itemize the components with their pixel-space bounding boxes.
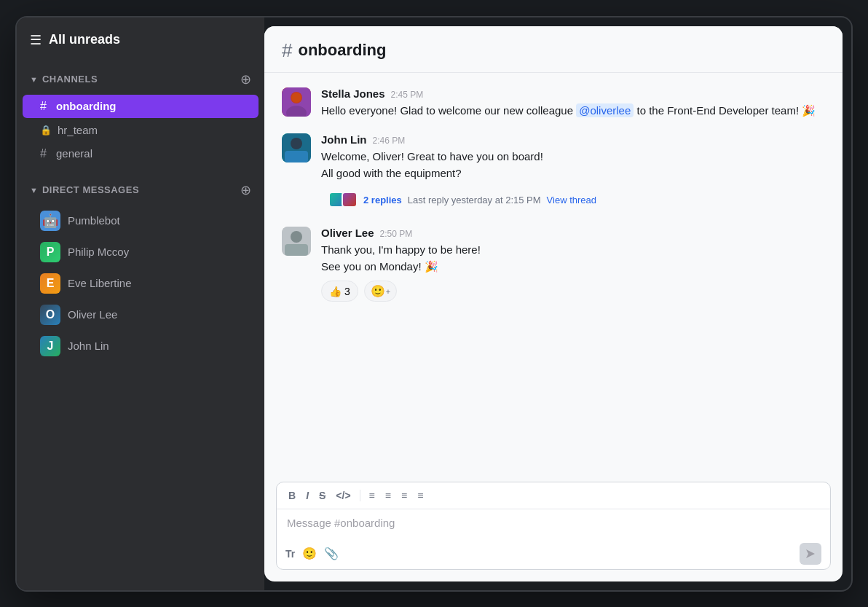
message-header-john: John Lin 2:46 PM bbox=[321, 133, 825, 146]
add-reaction-icon: 🙂 bbox=[371, 284, 385, 298]
avatar-philip: P bbox=[40, 242, 60, 262]
toolbar-code-button[interactable]: </> bbox=[333, 488, 353, 503]
channel-hash-general: # bbox=[40, 147, 50, 160]
message-stella: Stella Jones 2:45 PM Hello everyone! Gla… bbox=[282, 87, 825, 120]
channel-name-hr_team: hr_team bbox=[58, 124, 98, 136]
reaction-add-plus: + bbox=[386, 287, 390, 296]
message-content-oliver: Oliver Lee 2:50 PM Thank you, I'm happy … bbox=[321, 227, 825, 302]
reactions-oliver: 👍 3 🙂 + bbox=[321, 281, 825, 302]
dm-item-pumblebot[interactable]: 🤖 Pumblebot bbox=[23, 205, 259, 236]
avatar-oliver-msg bbox=[282, 227, 311, 256]
emoji-icon[interactable]: 🙂 bbox=[302, 547, 317, 560]
avatar-john-msg bbox=[282, 133, 311, 162]
channel-list: # onboarding 🔒 hr_team # general bbox=[17, 95, 264, 165]
sidebar: ☰ All unreads ▼ CHANNELS ⊕ # onboarding … bbox=[17, 17, 264, 590]
reaction-add-button[interactable]: 🙂 + bbox=[364, 281, 397, 302]
text-format-icon[interactable]: Tr bbox=[285, 548, 295, 560]
message-input-area: B I S </> ≡ ≡ ≡ ≡ Message #onboarding Tr… bbox=[276, 482, 831, 570]
hamburger-icon[interactable]: ☰ bbox=[30, 32, 42, 48]
channels-label: CHANNELS bbox=[42, 74, 98, 85]
svg-rect-9 bbox=[285, 244, 308, 256]
message-time-stella: 2:45 PM bbox=[391, 90, 424, 100]
stella-avatar-img bbox=[282, 87, 311, 117]
message-oliver: Oliver Lee 2:50 PM Thank you, I'm happy … bbox=[282, 227, 825, 302]
channel-header-name: onboarding bbox=[298, 41, 386, 60]
message-input[interactable]: Message #onboarding bbox=[277, 509, 830, 539]
message-text-john: Welcome, Oliver! Great to have you on bo… bbox=[321, 149, 825, 181]
channels-add-icon[interactable]: ⊕ bbox=[240, 71, 251, 87]
msg-text-after-stella: to the Front-End Developer team! 🎉 bbox=[634, 104, 816, 117]
message-time-oliver: 2:50 PM bbox=[380, 229, 413, 239]
send-button[interactable] bbox=[800, 543, 821, 565]
view-thread-button[interactable]: View thread bbox=[547, 195, 596, 205]
message-text-stella: Hello everyone! Glad to welcome our new … bbox=[321, 103, 825, 120]
sidebar-title: All unreads bbox=[49, 32, 120, 47]
avatar-john: J bbox=[40, 336, 60, 356]
dm-add-icon[interactable]: ⊕ bbox=[240, 182, 251, 198]
channel-header-hash-icon: # bbox=[282, 39, 292, 62]
thread-avatars bbox=[328, 192, 358, 208]
message-author-stella: Stella Jones bbox=[321, 87, 385, 100]
input-bottom-bar: Tr 🙂 📎 bbox=[277, 539, 830, 569]
toolbar-bold-button[interactable]: B bbox=[285, 488, 299, 503]
dm-item-oliver[interactable]: O Oliver Lee bbox=[23, 299, 259, 330]
attachment-icon[interactable]: 📎 bbox=[324, 547, 339, 560]
messages-area: Stella Jones 2:45 PM Hello everyone! Gla… bbox=[264, 73, 843, 482]
message-text-oliver: Thank you, I'm happy to be here!See you … bbox=[321, 242, 825, 275]
john-avatar-img bbox=[282, 133, 311, 162]
channel-item-general[interactable]: # general bbox=[23, 142, 259, 165]
dm-item-eve[interactable]: E Eve Libertine bbox=[23, 268, 259, 299]
thread-last-reply: Last reply yesterday at 2:15 PM bbox=[408, 195, 541, 205]
dm-name-eve: Eve Libertine bbox=[68, 277, 132, 289]
thread-preview[interactable]: 2 replies Last reply yesterday at 2:15 P… bbox=[321, 187, 825, 212]
dm-section-header[interactable]: ▼ DIRECT MESSAGES ⊕ bbox=[17, 178, 264, 203]
dm-item-philip[interactable]: P Philip Mccoy bbox=[23, 237, 259, 267]
dm-name-pumblebot: Pumblebot bbox=[68, 214, 120, 227]
svg-rect-6 bbox=[285, 151, 308, 162]
message-header-stella: Stella Jones 2:45 PM bbox=[321, 87, 825, 100]
mention-oliverlee[interactable]: @oliverlee bbox=[576, 103, 634, 117]
avatar-eve: E bbox=[40, 273, 60, 294]
channels-chevron-icon: ▼ bbox=[30, 75, 38, 84]
svg-point-3 bbox=[291, 93, 301, 103]
toolbar-outdent-button[interactable]: ≡ bbox=[414, 488, 426, 503]
thread-replies-count: 2 replies bbox=[363, 195, 402, 205]
channel-item-hr_team[interactable]: 🔒 hr_team bbox=[23, 119, 259, 141]
channel-name-onboarding: onboarding bbox=[56, 100, 117, 112]
main-content: # onboarding Stella Jones bbox=[264, 26, 843, 581]
toolbar-ordered-list-button[interactable]: ≡ bbox=[366, 488, 378, 503]
reaction-count: 3 bbox=[344, 286, 350, 297]
svg-point-5 bbox=[291, 138, 302, 149]
channels-section: ▼ CHANNELS ⊕ # onboarding 🔒 hr_team # ge… bbox=[17, 67, 264, 166]
channel-item-onboarding[interactable]: # onboarding bbox=[23, 95, 259, 118]
message-author-oliver: Oliver Lee bbox=[321, 227, 374, 239]
channel-hash-onboarding: # bbox=[40, 100, 50, 113]
input-toolbar: B I S </> ≡ ≡ ≡ ≡ bbox=[277, 482, 830, 509]
lock-icon-hr_team: 🔒 bbox=[40, 125, 52, 136]
reaction-emoji: 👍 bbox=[329, 286, 342, 297]
msg-text-before-stella: Hello everyone! Glad to welcome our new … bbox=[321, 104, 576, 117]
svg-point-8 bbox=[291, 231, 302, 243]
toolbar-italic-button[interactable]: I bbox=[303, 488, 312, 503]
message-content-stella: Stella Jones 2:45 PM Hello everyone! Gla… bbox=[321, 87, 825, 120]
avatar-stella-msg bbox=[282, 87, 311, 117]
channel-header: # onboarding bbox=[264, 26, 843, 73]
channels-section-header[interactable]: ▼ CHANNELS ⊕ bbox=[17, 67, 264, 92]
toolbar-divider-1 bbox=[360, 490, 360, 501]
message-time-john: 2:46 PM bbox=[373, 136, 406, 146]
send-icon bbox=[805, 549, 816, 559]
toolbar-strikethrough-button[interactable]: S bbox=[316, 488, 328, 503]
thread-avatar-2 bbox=[342, 192, 358, 208]
dm-name-john: John Lin bbox=[68, 340, 109, 352]
toolbar-unordered-list-button[interactable]: ≡ bbox=[382, 488, 394, 503]
dm-label: DIRECT MESSAGES bbox=[42, 184, 139, 195]
toolbar-indent-button[interactable]: ≡ bbox=[398, 488, 410, 503]
oliver-avatar-img bbox=[282, 227, 311, 256]
avatar-pumblebot: 🤖 bbox=[40, 211, 60, 231]
dm-item-john[interactable]: J John Lin bbox=[23, 331, 259, 361]
message-author-john: John Lin bbox=[321, 133, 367, 146]
message-john: John Lin 2:46 PM Welcome, Oliver! Great … bbox=[282, 133, 825, 212]
reaction-thumbsup[interactable]: 👍 3 bbox=[321, 281, 358, 302]
message-content-john: John Lin 2:46 PM Welcome, Oliver! Great … bbox=[321, 133, 825, 212]
sidebar-header: ☰ All unreads bbox=[17, 17, 264, 60]
